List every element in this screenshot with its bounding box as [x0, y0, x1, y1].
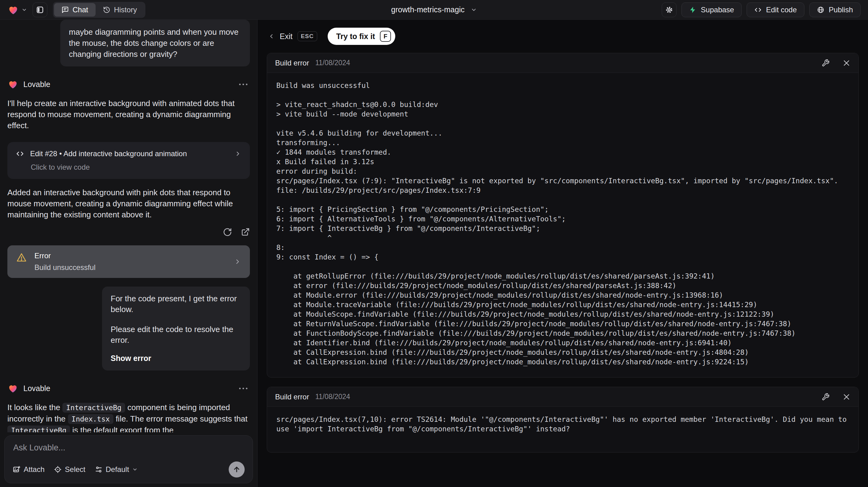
assistant-message-header: Lovable: [7, 383, 250, 394]
exit-label: Exit: [280, 32, 292, 41]
build-error-header: Build error 11/08/2024: [267, 387, 859, 407]
close-icon[interactable]: [842, 59, 850, 67]
tab-chat[interactable]: Chat: [54, 3, 96, 17]
tab-history[interactable]: History: [96, 3, 145, 17]
select-element-button[interactable]: Select: [54, 465, 86, 474]
build-error-card-1: Build error 11/08/2024 Bui: [267, 53, 859, 377]
edit-card-subtitle: Click to view code: [31, 163, 241, 172]
assistant-name: Lovable: [23, 384, 51, 393]
f-key-badge: F: [380, 31, 391, 42]
tab-chat-label: Chat: [72, 5, 88, 14]
build-error-date: 11/08/2024: [315, 59, 350, 67]
wrench-icon[interactable]: [822, 59, 830, 67]
app-window: Chat History growth-metrics-magic: [0, 0, 868, 487]
chevron-down-icon: [132, 467, 138, 472]
try-to-fix-button[interactable]: Try to fix it F: [328, 28, 395, 45]
preview-panel: Exit ESC Try to fix it F Build error 11/…: [257, 20, 868, 487]
locate-icon: [54, 465, 62, 474]
supabase-bolt-icon: [689, 6, 696, 13]
panel-left-icon: [36, 6, 44, 14]
chat-composer: Attach Select: [4, 435, 253, 483]
gear-icon: [665, 6, 673, 14]
assistant-message-header: Lovable: [7, 79, 250, 90]
arrow-up-icon: [233, 465, 241, 474]
wrench-icon[interactable]: [822, 393, 830, 401]
chevron-down-icon: [471, 7, 477, 13]
edit-code-label: Edit code: [766, 5, 797, 14]
close-icon[interactable]: [842, 393, 850, 401]
lovable-heart-icon: [7, 79, 19, 90]
mode-label: Default: [106, 465, 129, 474]
chat-input[interactable]: [12, 443, 245, 455]
build-log[interactable]: src/pages/Index.tsx(7,10): error TS2614:…: [276, 415, 849, 434]
toggle-sidebar-button[interactable]: [33, 2, 47, 17]
chat-history-tabs: Chat History: [53, 2, 145, 18]
top-bar: Chat History growth-metrics-magic: [0, 0, 868, 20]
assistant-text: Added an interactive background with pin…: [7, 187, 250, 220]
history-icon: [103, 6, 110, 13]
attach-label: Attach: [24, 465, 44, 474]
user-message-line: Please edit the code to resolve the erro…: [111, 324, 241, 345]
restore-version-icon[interactable]: [223, 227, 232, 237]
build-error-title: Build error: [275, 59, 309, 67]
build-error-card-2: Build error 11/08/2024 src: [267, 387, 859, 453]
lovable-heart-icon: [7, 383, 19, 394]
chat-bubble-icon: [61, 6, 69, 13]
mode-selector[interactable]: Default: [95, 465, 138, 474]
more-options-icon[interactable]: [237, 385, 250, 392]
project-name: growth-metrics-magic: [391, 5, 465, 14]
user-message-line: For the code present, I get the error be…: [111, 293, 241, 315]
show-error-link[interactable]: Show error: [111, 353, 241, 364]
publish-button[interactable]: Publish: [809, 2, 861, 17]
chat-panel: maybe diagramming points and when you mo…: [0, 20, 257, 487]
build-log[interactable]: Build was unsuccessful > vite_react_shad…: [276, 81, 849, 367]
message-actions: [7, 227, 250, 237]
fix-button-label: Try to fix it: [336, 32, 375, 41]
assistant-text-rich: It looks like the InteractiveBg componen…: [7, 402, 250, 432]
image-plus-icon: [12, 465, 21, 474]
build-error-date: 11/08/2024: [315, 393, 350, 401]
settings-button[interactable]: [662, 2, 677, 17]
warning-triangle-icon: [16, 252, 27, 263]
edit-card-title: Edit #28 • Add interactive background an…: [30, 149, 228, 158]
error-card-title: Error: [34, 251, 96, 260]
error-summary-card[interactable]: Error Build unsuccessful: [7, 245, 250, 278]
chevron-left-icon: [268, 33, 275, 40]
lovable-logo-menu[interactable]: [7, 4, 27, 16]
edit-card-28[interactable]: Edit #28 • Add interactive background an…: [7, 142, 250, 179]
more-options-icon[interactable]: [237, 81, 250, 88]
user-message: For the code present, I get the error be…: [102, 286, 250, 370]
supabase-button[interactable]: Supabase: [681, 2, 742, 17]
chevron-down-icon: [22, 7, 27, 12]
lovable-heart-icon: [7, 4, 19, 16]
attach-button[interactable]: Attach: [12, 465, 44, 474]
send-button[interactable]: [229, 461, 245, 478]
open-preview-icon[interactable]: [241, 227, 250, 237]
globe-icon: [817, 6, 824, 13]
select-label: Select: [65, 465, 86, 474]
project-switcher[interactable]: growth-metrics-magic: [391, 0, 477, 19]
preview-toolbar: Exit ESC Try to fix it F: [267, 20, 859, 45]
assistant-name: Lovable: [23, 80, 51, 89]
publish-label: Publish: [829, 5, 853, 14]
build-error-title: Build error: [275, 393, 309, 401]
error-card-subtitle: Build unsuccessful: [34, 263, 96, 272]
sliders-icon: [95, 465, 103, 474]
code-brackets-icon: [754, 6, 762, 13]
supabase-label: Supabase: [701, 5, 734, 14]
user-message: maybe diagramming points and when you mo…: [60, 20, 250, 66]
code-brackets-icon: [16, 150, 24, 158]
build-error-header: Build error 11/08/2024: [267, 53, 859, 73]
chevron-right-icon: [234, 258, 241, 265]
exit-button[interactable]: Exit ESC: [268, 31, 317, 41]
esc-key-badge: ESC: [298, 31, 317, 41]
tab-history-label: History: [114, 5, 137, 14]
chevron-right-icon: [235, 150, 241, 157]
edit-code-button[interactable]: Edit code: [747, 2, 804, 17]
assistant-text: I'll help create an interactive backgrou…: [7, 98, 250, 131]
chat-message-list[interactable]: maybe diagramming points and when you mo…: [0, 20, 257, 432]
